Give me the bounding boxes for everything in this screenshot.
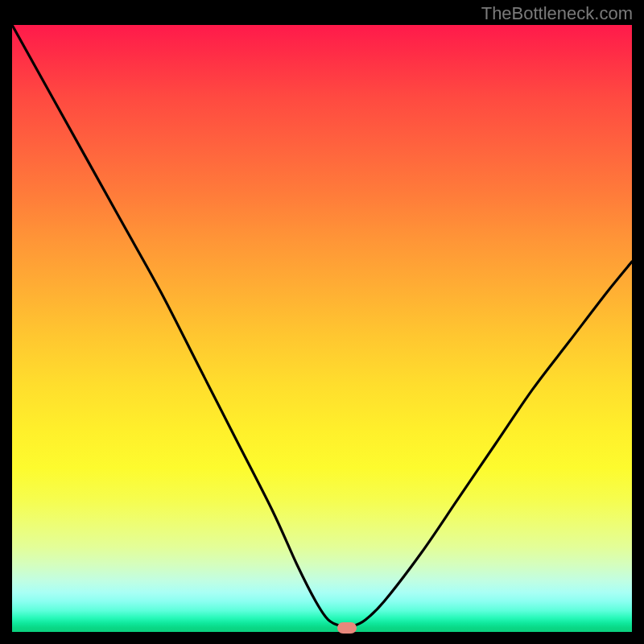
optimal-point-marker (337, 622, 357, 634)
attribution-text: TheBottleneck.com (481, 3, 633, 24)
chart-background-gradient (12, 25, 632, 632)
chart-frame (12, 25, 632, 632)
